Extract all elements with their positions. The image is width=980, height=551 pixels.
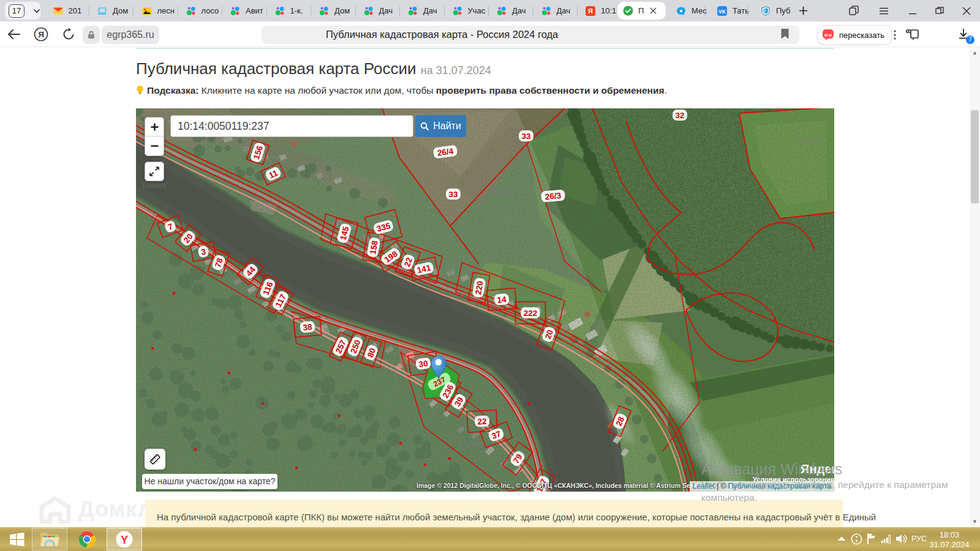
- svg-text:14: 14: [497, 294, 507, 304]
- svg-text:Yandex: Yandex: [795, 137, 821, 146]
- svg-text:Yandex: Yandex: [459, 440, 485, 449]
- svg-text:26/3: 26/3: [545, 191, 562, 201]
- svg-text:Yandex: Yandex: [490, 187, 516, 196]
- svg-text:222: 222: [524, 309, 538, 318]
- svg-text:««: ««: [824, 29, 832, 39]
- svg-text:33: 33: [448, 190, 458, 199]
- svg-text:33: 33: [521, 132, 531, 141]
- svg-text:32: 32: [675, 111, 684, 120]
- svg-text:22: 22: [477, 417, 487, 427]
- svg-text:VK: VK: [718, 8, 726, 14]
- svg-text:Я: Я: [588, 7, 593, 15]
- svg-text:Я: Я: [38, 30, 44, 39]
- svg-text:38: 38: [303, 322, 313, 332]
- svg-text:30: 30: [418, 359, 429, 369]
- svg-text:Y: Y: [121, 533, 129, 546]
